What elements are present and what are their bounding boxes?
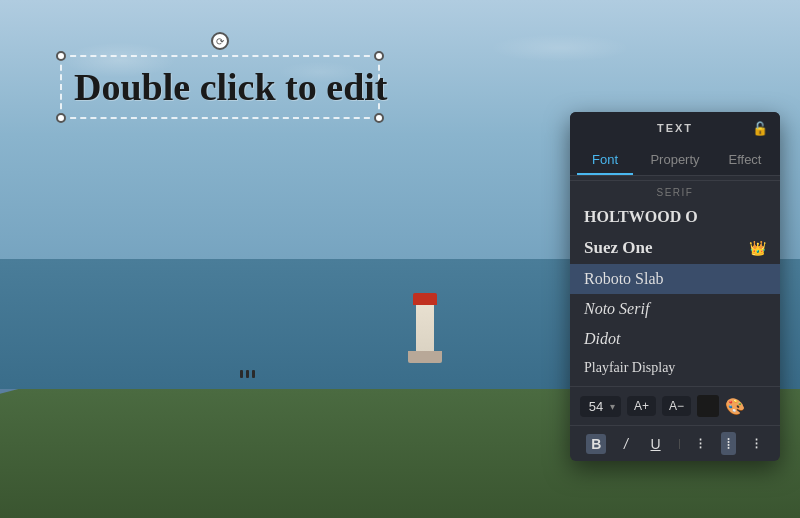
tab-property[interactable]: Property <box>640 144 710 175</box>
underline-button[interactable]: U <box>646 434 666 454</box>
font-name-holtwood: HOLTWOOD O <box>584 208 698 226</box>
panel-title: TEXT <box>657 122 693 134</box>
font-size-increase-button[interactable]: A+ <box>627 396 656 416</box>
lighthouse-decoration <box>416 303 434 363</box>
font-section-serif-label: SERIF <box>570 180 780 202</box>
premium-crown-icon: 👑 <box>749 240 766 256</box>
color-palette-icon[interactable]: 🎨 <box>725 397 745 416</box>
lock-icon[interactable]: 🔓 <box>752 121 768 136</box>
format-toolbar: B / U | ⁝ ⁞ ⁝ <box>570 425 780 461</box>
rotate-handle[interactable]: ⟳ <box>211 32 229 50</box>
bold-button[interactable]: B <box>586 434 606 454</box>
resize-handle-bl[interactable] <box>56 113 66 123</box>
font-item-didot[interactable]: Didot <box>570 324 780 354</box>
panel-tabs: Font Property Effect <box>570 144 780 176</box>
font-item-noto-serif[interactable]: Noto Serif <box>570 294 780 324</box>
canvas: ⟳ Double click to edit TEXT 🔓 Font Prope… <box>0 0 800 518</box>
canvas-text-content: Double click to edit <box>74 66 387 108</box>
font-item-suez[interactable]: Suez One 👑 <box>570 232 780 264</box>
align-left-button[interactable]: ⁝ <box>693 432 708 455</box>
font-size-decrease-button[interactable]: A− <box>662 396 691 416</box>
italic-button[interactable]: / <box>619 434 633 454</box>
panel-header: TEXT 🔓 <box>570 112 780 144</box>
font-list: SERIF HOLTWOOD O Suez One 👑 Roboto Slab … <box>570 176 780 386</box>
font-item-roboto-slab[interactable]: Roboto Slab <box>570 264 780 294</box>
font-name-noto-serif: Noto Serif <box>584 300 649 318</box>
align-center-button[interactable]: ⁞ <box>721 432 736 455</box>
font-color-swatch[interactable] <box>697 395 719 417</box>
font-name-playfair: Playfair Display <box>584 360 675 376</box>
format-separator: | <box>678 438 681 449</box>
people-silhouettes <box>240 370 255 378</box>
resize-handle-tl[interactable] <box>56 51 66 61</box>
resize-handle-br[interactable] <box>374 113 384 123</box>
font-item-holtwood[interactable]: HOLTWOOD O <box>570 202 780 232</box>
editable-text-element[interactable]: ⟳ Double click to edit <box>60 55 380 119</box>
font-name-roboto-slab: Roboto Slab <box>584 270 664 288</box>
font-name-didot: Didot <box>584 330 620 348</box>
tab-font[interactable]: Font <box>570 144 640 175</box>
align-right-button[interactable]: ⁝ <box>749 432 764 455</box>
resize-handle-tr[interactable] <box>374 51 384 61</box>
tab-effect[interactable]: Effect <box>710 144 780 175</box>
text-panel: TEXT 🔓 Font Property Effect SERIF HOLTWO… <box>570 112 780 461</box>
font-item-playfair[interactable]: Playfair Display <box>570 354 780 382</box>
font-size-value: 54 <box>586 399 606 414</box>
font-size-toolbar: 54 ▾ A+ A− 🎨 <box>570 386 780 425</box>
font-size-dropdown-arrow[interactable]: ▾ <box>610 401 615 412</box>
font-size-control[interactable]: 54 ▾ <box>580 396 621 417</box>
font-name-suez: Suez One <box>584 238 652 258</box>
